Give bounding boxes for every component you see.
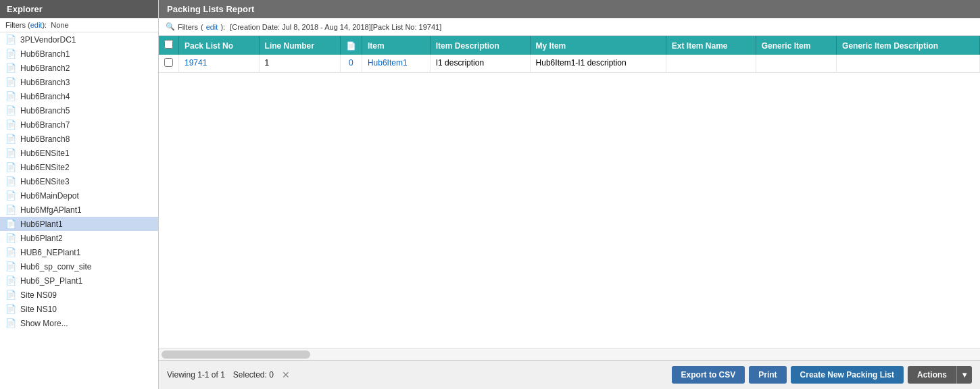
sidebar-item-label: Show More... bbox=[20, 319, 68, 328]
sidebar-item-13[interactable]: 📄Hub6Plant1 bbox=[0, 217, 158, 231]
clear-selection-icon[interactable]: ✕ bbox=[282, 369, 290, 380]
create-packing-list-button[interactable]: Create New Packing List bbox=[791, 366, 904, 384]
sidebar-item-label: Hub6_SP_Plant1 bbox=[20, 276, 82, 286]
sidebar-item-label: Hub6Branch4 bbox=[20, 92, 70, 101]
doc-icon: 📄 bbox=[5, 120, 16, 130]
sidebar-item-2[interactable]: 📄Hub6Branch2 bbox=[0, 61, 158, 75]
select-all-checkbox[interactable] bbox=[164, 40, 173, 49]
sidebar-item-label: Hub6ENSite2 bbox=[20, 163, 70, 172]
scrollbar-thumb[interactable] bbox=[162, 351, 310, 359]
sidebar-item-12[interactable]: 📄Hub6MfgAPlant1 bbox=[0, 203, 158, 217]
sidebar-list: 📄3PLVendorDC1📄Hub6Branch1📄Hub6Branch2📄Hu… bbox=[0, 32, 158, 389]
sidebar-item-label: Hub6Branch2 bbox=[20, 63, 70, 73]
pack-list-link[interactable]: 19741 bbox=[185, 58, 207, 68]
doc-icon: 📄 bbox=[5, 63, 16, 73]
sidebar-item-17[interactable]: 📄Hub6_SP_Plant1 bbox=[0, 274, 158, 288]
main-filters-value: [Creation Date: Jul 8, 2018 - Aug 14, 20… bbox=[230, 23, 441, 31]
actions-arrow-button[interactable]: ▾ bbox=[956, 366, 972, 384]
sidebar-item-label: Hub6Plant1 bbox=[20, 219, 63, 229]
main-filters-edit-link[interactable]: edit bbox=[206, 23, 218, 31]
table-body: 1974110Hub6Item1I1 descriptionHub6Item1-… bbox=[159, 55, 980, 73]
col-header-generic-item-description: Generic Item Description bbox=[837, 36, 980, 55]
sidebar-item-label: Hub6MfgAPlant1 bbox=[20, 205, 82, 215]
filter-icon: 🔍 bbox=[166, 22, 175, 31]
sidebar-filters-edit-link[interactable]: edit bbox=[30, 21, 43, 29]
doc-icon: 📄 bbox=[5, 318, 16, 328]
sidebar-item-1[interactable]: 📄Hub6Branch1 bbox=[0, 47, 158, 61]
sidebar-item-15[interactable]: 📄HUB6_NEPlant1 bbox=[0, 245, 158, 259]
footer-right: Export to CSV Print Create New Packing L… bbox=[672, 366, 972, 384]
footer-left: Viewing 1-1 of 1 Selected: 0 ✕ bbox=[167, 369, 290, 380]
item-link[interactable]: Hub6Item1 bbox=[368, 58, 408, 68]
doc-icon: 📄 bbox=[5, 190, 16, 201]
sidebar-item-label: Hub6_sp_conv_site bbox=[20, 262, 91, 271]
sidebar-item-0[interactable]: 📄3PLVendorDC1 bbox=[0, 32, 158, 47]
col-header-checkbox bbox=[159, 36, 179, 55]
doc-icon: 📄 bbox=[5, 176, 16, 186]
selected-count: Selected: 0 bbox=[233, 370, 274, 380]
sidebar-item-8[interactable]: 📄Hub6ENSite1 bbox=[0, 146, 158, 160]
row-checkbox[interactable] bbox=[164, 58, 173, 67]
sidebar-item-3[interactable]: 📄Hub6Branch3 bbox=[0, 75, 158, 89]
doc-icon: 📄 bbox=[5, 134, 16, 144]
main-title: Packing Lists Report bbox=[167, 4, 254, 14]
sidebar-filters-bar: Filters (edit): None bbox=[0, 18, 158, 32]
sidebar-item-5[interactable]: 📄Hub6Branch5 bbox=[0, 103, 158, 118]
sidebar-item-19[interactable]: 📄Site NS10 bbox=[0, 302, 158, 316]
sidebar-item-label: 3PLVendorDC1 bbox=[20, 35, 76, 45]
print-button[interactable]: Print bbox=[749, 366, 786, 384]
col-header-line-number: Line Number bbox=[259, 36, 340, 55]
doc-icon: 📄 bbox=[5, 34, 16, 45]
viewing-count: Viewing 1-1 of 1 bbox=[167, 370, 225, 380]
doc-icon: 📄 bbox=[5, 148, 16, 158]
sidebar-item-9[interactable]: 📄Hub6ENSite2 bbox=[0, 160, 158, 174]
col-header-ext-item-name: Ext Item Name bbox=[666, 36, 756, 55]
sidebar-item-4[interactable]: 📄Hub6Branch4 bbox=[0, 89, 158, 103]
sidebar-item-20[interactable]: 📄Show More... bbox=[0, 316, 158, 330]
sidebar-item-14[interactable]: 📄Hub6Plant2 bbox=[0, 231, 158, 245]
doc-icon: 📄 bbox=[5, 49, 16, 59]
col-header-item: Item bbox=[362, 36, 430, 55]
main-filters-bar: 🔍 Filters (edit): [Creation Date: Jul 8,… bbox=[159, 18, 980, 36]
sidebar-item-label: Hub6ENSite1 bbox=[20, 149, 70, 158]
sidebar-item-6[interactable]: 📄Hub6Branch7 bbox=[0, 118, 158, 132]
doc-icon: 📄 bbox=[5, 105, 16, 115]
actions-dropdown: Actions ▾ bbox=[908, 366, 972, 384]
col-header-item-description: Item Description bbox=[430, 36, 530, 55]
horizontal-scrollbar[interactable] bbox=[159, 348, 980, 360]
actions-button[interactable]: Actions bbox=[908, 366, 956, 384]
sidebar-item-10[interactable]: 📄Hub6ENSite3 bbox=[0, 174, 158, 188]
doc-icon: 📄 bbox=[5, 205, 16, 215]
sidebar-item-7[interactable]: 📄Hub6Branch8 bbox=[0, 132, 158, 146]
sidebar-item-label: Hub6ENSite3 bbox=[20, 177, 70, 186]
sidebar-item-16[interactable]: 📄Hub6_sp_conv_site bbox=[0, 259, 158, 274]
doc-icon: 📄 bbox=[5, 233, 16, 243]
row-checkbox-cell[interactable] bbox=[159, 55, 179, 73]
sidebar-filters-value: None bbox=[51, 21, 68, 29]
doc-icon: 📄 bbox=[346, 41, 356, 51]
sidebar-item-18[interactable]: 📄Site NS09 bbox=[0, 288, 158, 302]
export-csv-button[interactable]: Export to CSV bbox=[672, 366, 745, 384]
sidebar-item-label: Hub6Branch5 bbox=[20, 106, 70, 115]
doc-icon: 📄 bbox=[5, 276, 16, 286]
row-line-number: 1 bbox=[259, 55, 340, 73]
sidebar-item-11[interactable]: 📄Hub6MainDepot bbox=[0, 188, 158, 203]
sidebar-item-label: Hub6Branch3 bbox=[20, 78, 70, 87]
main-panel: Packing Lists Report 🔍 Filters (edit): [… bbox=[159, 0, 980, 389]
doc-icon: 📄 bbox=[5, 247, 16, 257]
doc-link[interactable]: 0 bbox=[349, 58, 353, 68]
doc-icon: 📄 bbox=[5, 91, 16, 101]
sidebar-title: Explorer bbox=[7, 4, 43, 14]
doc-icon: 📄 bbox=[5, 162, 16, 172]
doc-icon: 📄 bbox=[5, 261, 16, 271]
table-row: 1974110Hub6Item1I1 descriptionHub6Item1-… bbox=[159, 55, 980, 73]
row-doc: 0 bbox=[340, 55, 362, 73]
doc-icon: 📄 bbox=[5, 77, 16, 87]
col-header-pack-list-no: Pack List No bbox=[179, 36, 260, 55]
sidebar-item-label: Site NS10 bbox=[20, 305, 57, 314]
doc-icon: 📄 bbox=[5, 219, 16, 229]
sidebar: Explorer Filters (edit): None 📄3PLVendor… bbox=[0, 0, 159, 389]
doc-icon: 📄 bbox=[5, 304, 16, 314]
footer: Viewing 1-1 of 1 Selected: 0 ✕ Export to… bbox=[159, 360, 980, 389]
main-header: Packing Lists Report bbox=[159, 0, 980, 18]
